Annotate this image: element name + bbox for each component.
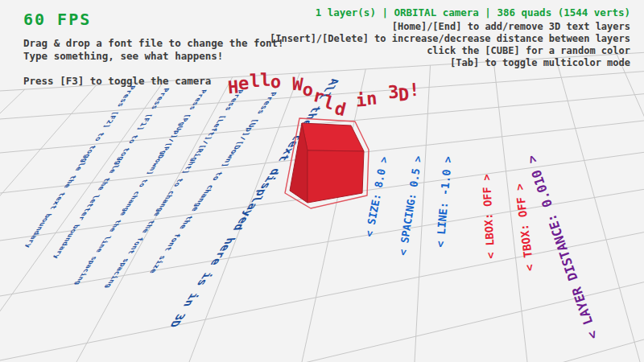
- 3d-text-viewport[interactable]: Press [F2] to toggle the text boundary P…: [0, 0, 644, 362]
- tip-type: Type something, see what happens!: [23, 50, 284, 63]
- tip-drop-font: Drag & drop a font file to change the fo…: [23, 37, 284, 50]
- tip-layers: [Home]/[End] to add/remove 3D text layer…: [270, 21, 630, 33]
- fps-counter: 60 FPS: [23, 10, 284, 29]
- hud-right: 1 layer(s) | ORBITAL camera | 386 quads …: [270, 6, 630, 69]
- headline-char: n: [365, 88, 378, 109]
- hud-left: 60 FPS Drag & drop a font file to change…: [23, 10, 284, 88]
- tip-multicolor: [Tab] to toggle multicolor mode: [270, 57, 630, 69]
- status-line: 1 layer(s) | ORBITAL camera | 386 quads …: [270, 6, 630, 19]
- tip-layer-distance: [Insert]/[Delete] to increase/decrease d…: [270, 33, 630, 45]
- headline-char: !: [408, 80, 420, 101]
- tip-camera: Press [F3] to toggle the camera: [23, 75, 284, 88]
- headline-char: [345, 69, 356, 89]
- headline-char: [378, 69, 388, 89]
- tip-cube-color: click the [CUBE] for a random color: [270, 45, 630, 57]
